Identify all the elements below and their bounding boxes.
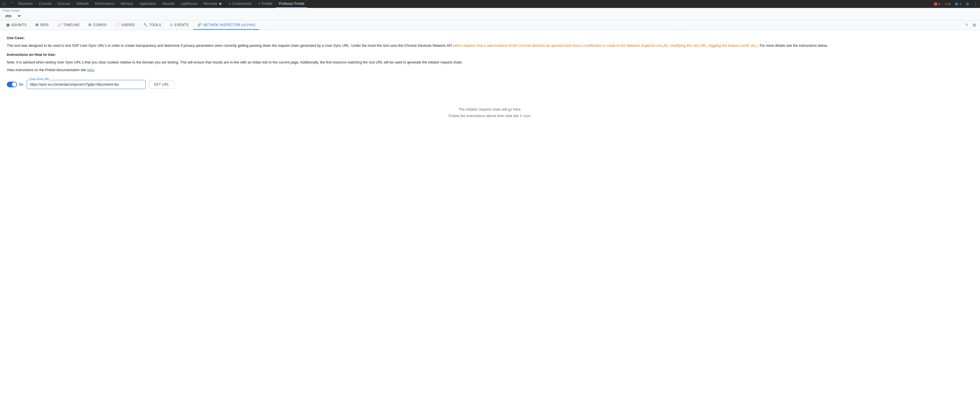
tab-userid[interactable]: 📄 USERID (111, 21, 138, 30)
tab-config[interactable]: ⚙ CONFIG (84, 21, 111, 30)
tab-professor-prebid[interactable]: Professor Prebid (276, 0, 307, 8)
devtools-settings-icon[interactable]: ⚙ (964, 2, 970, 7)
cursor-icon-btn[interactable]: ⬡ (1, 2, 7, 7)
prebid-selector-row: pbjs (2, 13, 978, 19)
tab-lighthouse[interactable]: Lighthouse (178, 0, 200, 8)
tab-timeline[interactable]: 📈 TIMELINE (53, 21, 84, 30)
view-instructions-prefix: View instructions on the Prebid document… (7, 68, 87, 72)
timeline-icon: 📈 (57, 23, 62, 27)
devtools-more-icon[interactable]: ⋮ (972, 2, 979, 7)
url-input[interactable] (27, 80, 146, 89)
use-case-description: This tool was designed to be used to tes… (7, 43, 973, 48)
use-case-desc-orange: which requires that a new instance of th… (453, 44, 759, 48)
use-case-desc-part2: For more details see the instructions be… (759, 44, 828, 48)
url-field-wrapper: Enter Root URL (27, 80, 146, 89)
prebid-global-label: Prebid Global (2, 9, 978, 12)
adunits-icon: ▦ (6, 23, 10, 27)
events-icon: ⚠ (170, 23, 173, 27)
note-text: Note: It is advised when testing User Sy… (7, 59, 973, 65)
toggle-label: On (19, 83, 23, 86)
devtools-badges: 🔴 6 ⚠ 4 🔵 2 ⚙ ⋮ (932, 2, 979, 7)
prebid-instance-select[interactable]: pbjs (2, 13, 22, 19)
error-badge: 🔴 6 (932, 2, 942, 6)
tab-events[interactable]: ⚠ EVENTS (165, 21, 192, 30)
prebid-bar: Prebid Global pbjs (0, 8, 980, 21)
tab-application[interactable]: Application (137, 0, 159, 8)
tab-elements[interactable]: Elements (16, 0, 35, 8)
warning-badge: ⚠ 4 (943, 2, 951, 6)
info-badge: 🔵 2 (953, 2, 963, 6)
config-icon: ⚙ (88, 23, 92, 27)
devtools-topbar: ⬡ 📱 Elements Console Sources Network Per… (0, 0, 980, 8)
chain-area: The initiator request chain will go here… (7, 106, 973, 119)
tab-memory[interactable]: Memory (118, 0, 136, 8)
network-inspector-icon: 🔗 (197, 23, 202, 27)
bids-icon: 🏛 (35, 23, 39, 27)
refresh-icon: ↻ (520, 113, 523, 119)
set-url-button[interactable]: SET URL (149, 80, 174, 89)
chain-line2-prefix: Follow the instructions above then click… (449, 114, 520, 118)
tab-tools[interactable]: 🔧 TOOLS (139, 21, 165, 30)
tab-network[interactable]: Network (73, 0, 92, 8)
tab-sources[interactable]: Sources (55, 0, 73, 8)
toggle-slider (7, 82, 17, 87)
tab-performance[interactable]: Performance (92, 0, 118, 8)
tab-components[interactable]: ⚛ Components (226, 0, 255, 8)
tab-profiler[interactable]: ⚛ Profiler (255, 0, 275, 8)
tab-network-inspector[interactable]: 🔗 NETWOK INSPECTOR (ALPHA) (193, 21, 259, 30)
view-instructions-text: View instructions on the Prebid document… (7, 68, 973, 72)
tab-adunits[interactable]: ▦ ADUNITS (2, 21, 30, 30)
help-button[interactable]: ? (964, 22, 969, 29)
url-field-label: Enter Root URL (29, 78, 50, 81)
main-content: Use Case: This tool was designed to be u… (0, 30, 980, 415)
use-case-title: Use Case: (7, 36, 973, 40)
chain-line2: Follow the instructions above then click… (7, 113, 973, 119)
tools-icon: 🔧 (143, 23, 148, 27)
tab-bids[interactable]: 🏛 BIDS (31, 21, 53, 30)
here-link[interactable]: here (87, 68, 94, 72)
nav-tabs: ▦ ADUNITS 🏛 BIDS 📈 TIMELINE ⚙ CONFIG 📄 U… (0, 21, 980, 30)
view-instructions-suffix: . (94, 68, 95, 72)
tab-console[interactable]: Console (36, 0, 54, 8)
url-input-section: On Enter Root URL SET URL (7, 80, 973, 89)
tab-security[interactable]: Security (159, 0, 177, 8)
toggle-container: On (7, 82, 23, 87)
chain-line1: The initiator request chain will go here… (7, 106, 973, 113)
chain-line2-suffix: icon. (523, 114, 531, 118)
use-case-desc-part1: This tool was designed to be used to tes… (7, 44, 453, 48)
userid-icon: 📄 (115, 23, 120, 27)
nav-settings-button[interactable]: ⚙ (970, 22, 978, 29)
instructions-title: Instructions on How to Use: (7, 52, 973, 57)
feature-toggle[interactable] (7, 82, 17, 87)
device-icon-btn[interactable]: 📱 (8, 2, 15, 7)
nav-tabs-actions: ? ⚙ (964, 22, 978, 29)
tab-recorder[interactable]: Recorder ⏺ (201, 0, 225, 8)
